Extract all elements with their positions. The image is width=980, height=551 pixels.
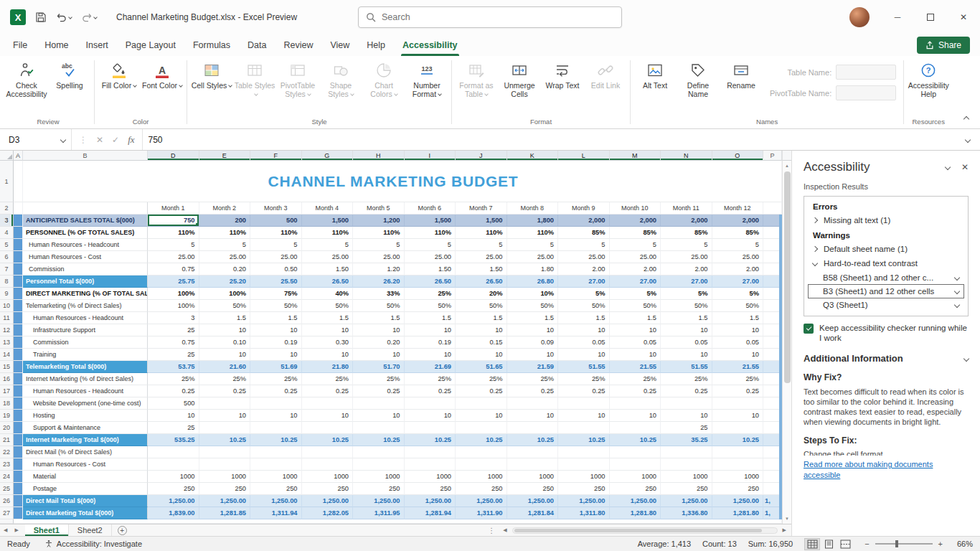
expand-formula-bar-icon[interactable] bbox=[956, 129, 980, 150]
cell-M13[interactable]: 0.05 bbox=[610, 336, 661, 349]
cell-E10[interactable]: 50% bbox=[199, 300, 251, 312]
column-header-H[interactable]: H bbox=[353, 151, 405, 161]
cell-L3[interactable]: 2,000 bbox=[558, 215, 610, 227]
cell-D6[interactable]: 25.00 bbox=[148, 251, 199, 263]
cell-N16[interactable]: 25% bbox=[661, 373, 712, 385]
cell-A26[interactable] bbox=[14, 495, 23, 507]
cell-M17[interactable]: 0.25 bbox=[610, 385, 661, 397]
cell-M24[interactable]: 1000 bbox=[610, 471, 661, 483]
cell-E8[interactable]: 25.20 bbox=[199, 276, 251, 288]
maximize-button[interactable] bbox=[914, 0, 947, 34]
cell-D27[interactable]: 1,839.00 bbox=[148, 507, 199, 519]
cell-G24[interactable]: 1000 bbox=[302, 471, 354, 483]
cell-D17[interactable]: 0.25 bbox=[148, 385, 199, 397]
insert-function-icon[interactable]: fx bbox=[128, 134, 134, 146]
cell-H20[interactable] bbox=[353, 422, 405, 434]
cell-B13[interactable]: Commission bbox=[23, 336, 148, 349]
cell-I12[interactable]: 10 bbox=[405, 324, 456, 336]
cell-G21[interactable]: 10.25 bbox=[302, 434, 354, 446]
enter-icon[interactable]: ✓ bbox=[112, 135, 119, 145]
cell-G18[interactable] bbox=[302, 397, 354, 410]
cell-O27[interactable]: 1,281.80 bbox=[712, 507, 764, 519]
cell-H23[interactable] bbox=[353, 458, 405, 471]
cell-E16[interactable]: 25% bbox=[199, 373, 251, 385]
cell-E17[interactable]: 0.25 bbox=[199, 385, 251, 397]
cell-M11[interactable]: 1.5 bbox=[610, 312, 661, 324]
cell-H21[interactable]: 10.25 bbox=[353, 434, 405, 446]
cell-A3[interactable] bbox=[14, 215, 23, 227]
cell-A23[interactable] bbox=[14, 458, 23, 471]
cell-O26[interactable]: 1,250.00 bbox=[712, 495, 764, 507]
name-box-dropdown-icon[interactable] bbox=[60, 136, 66, 142]
finding-dropdown-icon[interactable] bbox=[954, 288, 960, 294]
cell-J27[interactable]: 1,311.90 bbox=[456, 507, 507, 519]
cell-K6[interactable]: 25.00 bbox=[507, 251, 559, 263]
keep-running-checkbox[interactable] bbox=[804, 324, 814, 334]
cell-A27[interactable] bbox=[14, 507, 23, 519]
cell-H18[interactable] bbox=[353, 397, 405, 410]
cell-D15[interactable]: 53.75 bbox=[148, 361, 199, 373]
row-header-12[interactable]: 12 bbox=[0, 324, 14, 336]
cell-O17[interactable]: 0.25 bbox=[712, 385, 764, 397]
cell-F8[interactable]: 25.50 bbox=[250, 276, 302, 288]
cell-H25[interactable]: 250 bbox=[353, 483, 405, 495]
cell-G15[interactable]: 21.80 bbox=[302, 361, 354, 373]
cell-O2[interactable]: Month 12 bbox=[712, 202, 764, 215]
cell-O18[interactable] bbox=[712, 397, 764, 410]
cell-F25[interactable]: 250 bbox=[250, 483, 302, 495]
cell-G25[interactable]: 250 bbox=[302, 483, 354, 495]
tab-help[interactable]: Help bbox=[358, 34, 394, 56]
cell-K9[interactable]: 10% bbox=[507, 288, 559, 300]
cell-B11[interactable]: Human Resources - Headcount bbox=[23, 312, 148, 324]
cell-F4[interactable]: 110% bbox=[250, 227, 302, 239]
cell-B17[interactable]: Human Resources - Headcount bbox=[23, 385, 148, 397]
cell-L4[interactable]: 85% bbox=[558, 227, 610, 239]
ribbon-button-accessibility-help[interactable]: ?Accessibility Help bbox=[907, 57, 950, 98]
cell-I5[interactable]: 5 bbox=[405, 239, 456, 251]
cell-N4[interactable]: 85% bbox=[661, 227, 712, 239]
cell-E14[interactable]: 10 bbox=[199, 349, 251, 361]
cell-A2[interactable] bbox=[14, 202, 23, 215]
cell-L22[interactable] bbox=[558, 446, 610, 458]
row-header-1[interactable]: 1 bbox=[0, 161, 14, 202]
scroll-up-icon[interactable]: ▲ bbox=[783, 161, 791, 171]
cell-N6[interactable]: 25.00 bbox=[661, 251, 712, 263]
cell-N5[interactable]: 5 bbox=[661, 239, 712, 251]
cell-A8[interactable] bbox=[14, 276, 23, 288]
cell-B26[interactable]: Direct Mail Total $(000) bbox=[23, 495, 148, 507]
cell-N26[interactable]: 1,250.00 bbox=[661, 495, 712, 507]
cell-F23[interactable] bbox=[250, 458, 302, 471]
column-header-G[interactable]: G bbox=[302, 151, 354, 161]
cell-N20[interactable]: 25 bbox=[661, 422, 712, 434]
inspection-item-hard-to-read-text-contrast[interactable]: Hard-to-read text contrast bbox=[804, 256, 968, 270]
cell-J12[interactable]: 10 bbox=[456, 324, 507, 336]
cell-P1[interactable] bbox=[763, 161, 782, 202]
cell-E24[interactable]: 1000 bbox=[199, 471, 251, 483]
formula-input[interactable]: 750 bbox=[143, 129, 956, 150]
cell-K19[interactable]: 10 bbox=[507, 410, 559, 422]
cell-L25[interactable]: 250 bbox=[558, 483, 610, 495]
cell-E20[interactable] bbox=[199, 422, 251, 434]
cell-H13[interactable]: 0.20 bbox=[353, 336, 405, 349]
cell-D12[interactable]: 25 bbox=[148, 324, 199, 336]
cell-L2[interactable]: Month 9 bbox=[558, 202, 610, 215]
cell-K25[interactable]: 250 bbox=[507, 483, 559, 495]
cell-I24[interactable]: 1000 bbox=[405, 471, 456, 483]
column-header-N[interactable]: N bbox=[661, 151, 712, 161]
row-header-11[interactable]: 11 bbox=[0, 312, 14, 324]
cell-D11[interactable]: 3 bbox=[148, 312, 199, 324]
cell-G12[interactable]: 10 bbox=[302, 324, 354, 336]
cell-N25[interactable]: 250 bbox=[661, 483, 712, 495]
cell-B6[interactable]: Human Resources - Cost bbox=[23, 251, 148, 263]
cell-J19[interactable]: 10 bbox=[456, 410, 507, 422]
cell-G3[interactable]: 1,500 bbox=[302, 215, 354, 227]
cell-O5[interactable]: 5 bbox=[712, 239, 764, 251]
cell-J9[interactable]: 20% bbox=[456, 288, 507, 300]
cell-M16[interactable]: 25% bbox=[610, 373, 661, 385]
cell-I13[interactable]: 0.19 bbox=[405, 336, 456, 349]
finding-dropdown-icon[interactable] bbox=[954, 302, 960, 308]
cell-E6[interactable]: 25.00 bbox=[199, 251, 251, 263]
cell-H26[interactable]: 1,250.00 bbox=[353, 495, 405, 507]
cell-H2[interactable]: Month 5 bbox=[353, 202, 405, 215]
cell-G5[interactable]: 5 bbox=[302, 239, 354, 251]
